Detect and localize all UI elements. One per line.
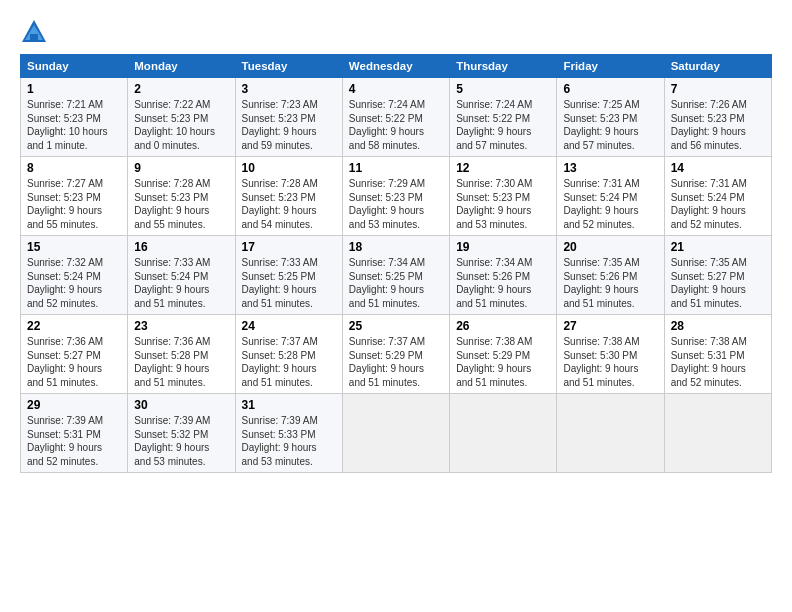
- calendar-cell: 16Sunrise: 7:33 AM Sunset: 5:24 PM Dayli…: [128, 236, 235, 315]
- day-number: 16: [134, 240, 228, 254]
- header: [20, 18, 772, 46]
- day-number: 15: [27, 240, 121, 254]
- header-day-monday: Monday: [128, 55, 235, 78]
- calendar-cell: [450, 394, 557, 473]
- calendar-cell: 29Sunrise: 7:39 AM Sunset: 5:31 PM Dayli…: [21, 394, 128, 473]
- header-day-thursday: Thursday: [450, 55, 557, 78]
- calendar-cell: 31Sunrise: 7:39 AM Sunset: 5:33 PM Dayli…: [235, 394, 342, 473]
- cell-text: Sunrise: 7:33 AM Sunset: 5:24 PM Dayligh…: [134, 256, 228, 310]
- day-number: 20: [563, 240, 657, 254]
- cell-text: Sunrise: 7:37 AM Sunset: 5:29 PM Dayligh…: [349, 335, 443, 389]
- cell-text: Sunrise: 7:27 AM Sunset: 5:23 PM Dayligh…: [27, 177, 121, 231]
- logo: [20, 18, 52, 46]
- logo-icon: [20, 18, 48, 46]
- calendar-cell: [342, 394, 449, 473]
- cell-text: Sunrise: 7:32 AM Sunset: 5:24 PM Dayligh…: [27, 256, 121, 310]
- cell-text: Sunrise: 7:26 AM Sunset: 5:23 PM Dayligh…: [671, 98, 765, 152]
- day-number: 23: [134, 319, 228, 333]
- cell-text: Sunrise: 7:39 AM Sunset: 5:32 PM Dayligh…: [134, 414, 228, 468]
- cell-text: Sunrise: 7:39 AM Sunset: 5:33 PM Dayligh…: [242, 414, 336, 468]
- day-number: 11: [349, 161, 443, 175]
- day-number: 27: [563, 319, 657, 333]
- calendar-table: SundayMondayTuesdayWednesdayThursdayFrid…: [20, 54, 772, 473]
- cell-text: Sunrise: 7:35 AM Sunset: 5:27 PM Dayligh…: [671, 256, 765, 310]
- header-day-saturday: Saturday: [664, 55, 771, 78]
- calendar-cell: 8Sunrise: 7:27 AM Sunset: 5:23 PM Daylig…: [21, 157, 128, 236]
- day-number: 9: [134, 161, 228, 175]
- calendar-cell: [557, 394, 664, 473]
- week-row-3: 15Sunrise: 7:32 AM Sunset: 5:24 PM Dayli…: [21, 236, 772, 315]
- calendar-cell: 12Sunrise: 7:30 AM Sunset: 5:23 PM Dayli…: [450, 157, 557, 236]
- day-number: 13: [563, 161, 657, 175]
- day-number: 5: [456, 82, 550, 96]
- calendar-cell: 23Sunrise: 7:36 AM Sunset: 5:28 PM Dayli…: [128, 315, 235, 394]
- day-number: 22: [27, 319, 121, 333]
- calendar-cell: 6Sunrise: 7:25 AM Sunset: 5:23 PM Daylig…: [557, 78, 664, 157]
- calendar-cell: 18Sunrise: 7:34 AM Sunset: 5:25 PM Dayli…: [342, 236, 449, 315]
- calendar-cell: 11Sunrise: 7:29 AM Sunset: 5:23 PM Dayli…: [342, 157, 449, 236]
- week-row-5: 29Sunrise: 7:39 AM Sunset: 5:31 PM Dayli…: [21, 394, 772, 473]
- cell-text: Sunrise: 7:33 AM Sunset: 5:25 PM Dayligh…: [242, 256, 336, 310]
- header-day-wednesday: Wednesday: [342, 55, 449, 78]
- cell-text: Sunrise: 7:35 AM Sunset: 5:26 PM Dayligh…: [563, 256, 657, 310]
- calendar-body: 1Sunrise: 7:21 AM Sunset: 5:23 PM Daylig…: [21, 78, 772, 473]
- header-day-friday: Friday: [557, 55, 664, 78]
- cell-text: Sunrise: 7:23 AM Sunset: 5:23 PM Dayligh…: [242, 98, 336, 152]
- day-number: 8: [27, 161, 121, 175]
- calendar-cell: 28Sunrise: 7:38 AM Sunset: 5:31 PM Dayli…: [664, 315, 771, 394]
- calendar-cell: 14Sunrise: 7:31 AM Sunset: 5:24 PM Dayli…: [664, 157, 771, 236]
- calendar-cell: 25Sunrise: 7:37 AM Sunset: 5:29 PM Dayli…: [342, 315, 449, 394]
- calendar-cell: 10Sunrise: 7:28 AM Sunset: 5:23 PM Dayli…: [235, 157, 342, 236]
- calendar-cell: 3Sunrise: 7:23 AM Sunset: 5:23 PM Daylig…: [235, 78, 342, 157]
- cell-text: Sunrise: 7:36 AM Sunset: 5:27 PM Dayligh…: [27, 335, 121, 389]
- cell-text: Sunrise: 7:30 AM Sunset: 5:23 PM Dayligh…: [456, 177, 550, 231]
- cell-text: Sunrise: 7:24 AM Sunset: 5:22 PM Dayligh…: [456, 98, 550, 152]
- cell-text: Sunrise: 7:37 AM Sunset: 5:28 PM Dayligh…: [242, 335, 336, 389]
- day-number: 14: [671, 161, 765, 175]
- week-row-2: 8Sunrise: 7:27 AM Sunset: 5:23 PM Daylig…: [21, 157, 772, 236]
- day-number: 19: [456, 240, 550, 254]
- cell-text: Sunrise: 7:38 AM Sunset: 5:30 PM Dayligh…: [563, 335, 657, 389]
- calendar-cell: 9Sunrise: 7:28 AM Sunset: 5:23 PM Daylig…: [128, 157, 235, 236]
- cell-text: Sunrise: 7:39 AM Sunset: 5:31 PM Dayligh…: [27, 414, 121, 468]
- calendar-cell: 17Sunrise: 7:33 AM Sunset: 5:25 PM Dayli…: [235, 236, 342, 315]
- day-number: 18: [349, 240, 443, 254]
- day-number: 21: [671, 240, 765, 254]
- day-number: 4: [349, 82, 443, 96]
- calendar-cell: 30Sunrise: 7:39 AM Sunset: 5:32 PM Dayli…: [128, 394, 235, 473]
- calendar-cell: 19Sunrise: 7:34 AM Sunset: 5:26 PM Dayli…: [450, 236, 557, 315]
- calendar-cell: 26Sunrise: 7:38 AM Sunset: 5:29 PM Dayli…: [450, 315, 557, 394]
- day-number: 25: [349, 319, 443, 333]
- calendar-cell: 5Sunrise: 7:24 AM Sunset: 5:22 PM Daylig…: [450, 78, 557, 157]
- calendar-cell: 24Sunrise: 7:37 AM Sunset: 5:28 PM Dayli…: [235, 315, 342, 394]
- cell-text: Sunrise: 7:25 AM Sunset: 5:23 PM Dayligh…: [563, 98, 657, 152]
- cell-text: Sunrise: 7:21 AM Sunset: 5:23 PM Dayligh…: [27, 98, 121, 152]
- cell-text: Sunrise: 7:38 AM Sunset: 5:31 PM Dayligh…: [671, 335, 765, 389]
- week-row-4: 22Sunrise: 7:36 AM Sunset: 5:27 PM Dayli…: [21, 315, 772, 394]
- day-number: 31: [242, 398, 336, 412]
- calendar-cell: 27Sunrise: 7:38 AM Sunset: 5:30 PM Dayli…: [557, 315, 664, 394]
- day-number: 12: [456, 161, 550, 175]
- day-number: 26: [456, 319, 550, 333]
- cell-text: Sunrise: 7:34 AM Sunset: 5:26 PM Dayligh…: [456, 256, 550, 310]
- cell-text: Sunrise: 7:36 AM Sunset: 5:28 PM Dayligh…: [134, 335, 228, 389]
- day-number: 2: [134, 82, 228, 96]
- calendar-cell: [664, 394, 771, 473]
- cell-text: Sunrise: 7:22 AM Sunset: 5:23 PM Dayligh…: [134, 98, 228, 152]
- cell-text: Sunrise: 7:31 AM Sunset: 5:24 PM Dayligh…: [671, 177, 765, 231]
- cell-text: Sunrise: 7:24 AM Sunset: 5:22 PM Dayligh…: [349, 98, 443, 152]
- day-number: 17: [242, 240, 336, 254]
- cell-text: Sunrise: 7:29 AM Sunset: 5:23 PM Dayligh…: [349, 177, 443, 231]
- day-number: 24: [242, 319, 336, 333]
- calendar-cell: 15Sunrise: 7:32 AM Sunset: 5:24 PM Dayli…: [21, 236, 128, 315]
- calendar-cell: 13Sunrise: 7:31 AM Sunset: 5:24 PM Dayli…: [557, 157, 664, 236]
- day-number: 10: [242, 161, 336, 175]
- day-number: 6: [563, 82, 657, 96]
- day-number: 30: [134, 398, 228, 412]
- cell-text: Sunrise: 7:28 AM Sunset: 5:23 PM Dayligh…: [134, 177, 228, 231]
- cell-text: Sunrise: 7:28 AM Sunset: 5:23 PM Dayligh…: [242, 177, 336, 231]
- calendar-cell: 7Sunrise: 7:26 AM Sunset: 5:23 PM Daylig…: [664, 78, 771, 157]
- day-number: 28: [671, 319, 765, 333]
- day-number: 1: [27, 82, 121, 96]
- day-number: 7: [671, 82, 765, 96]
